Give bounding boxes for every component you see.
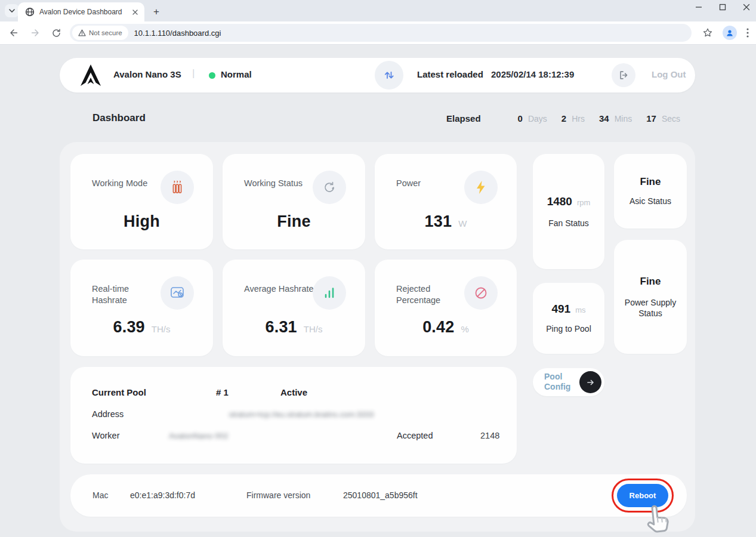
new-tab-button[interactable]: +	[149, 5, 163, 19]
ping-to-pool-label: Ping to Pool	[540, 323, 597, 334]
bookmark-star-icon[interactable]	[702, 27, 713, 38]
pool-address-label: Address	[92, 409, 124, 419]
power-supply-value: Fine	[640, 276, 661, 288]
elapsed-counter: Elapsed 0Days 2Hrs 34Mins 17Secs	[446, 113, 680, 124]
window-minimize-button[interactable]	[695, 4, 702, 11]
rejected-percentage-unit: %	[461, 324, 469, 334]
elapsed-hrs-value: 2	[561, 113, 566, 124]
average-hashrate-card: Average Hashrate 6.31TH/s	[223, 260, 365, 356]
device-header-bar: Avalon Nano 3S | Normal Latest reloaded …	[60, 58, 695, 92]
forward-button-icon[interactable]	[30, 27, 41, 38]
firmware-value: 25010801_a5b956ft	[343, 490, 418, 500]
profile-avatar-icon[interactable]	[723, 26, 737, 40]
pool-accepted-label: Accepted	[397, 431, 433, 440]
header-divider: |	[192, 67, 195, 79]
power-card: Power 131W	[375, 154, 517, 249]
asic-status-label: Asic Status	[624, 196, 677, 206]
pool-config-label: Pool Config	[544, 372, 575, 392]
browser-tab[interactable]: Avalon Device Dashboard	[18, 2, 144, 21]
heater-icon	[170, 180, 184, 195]
mac-value: e0:e1:a9:3d:f0:7d	[130, 490, 195, 500]
browser-tab-strip: Avalon Device Dashboard +	[0, 0, 756, 21]
window-maximize-button[interactable]	[719, 4, 726, 11]
fan-speed-value: 1480	[547, 195, 572, 208]
working-status-value: Fine	[277, 212, 310, 231]
logout-icon	[618, 70, 629, 81]
working-mode-label: Working Mode	[92, 178, 162, 189]
realtime-hashrate-value: 6.39	[113, 318, 144, 337]
pool-config-button[interactable]: Pool Config	[533, 368, 604, 396]
current-pool-state: Active	[280, 387, 307, 397]
globe-favicon-icon	[25, 7, 35, 17]
ping-to-pool-card: 491ms Ping to Pool	[533, 283, 604, 354]
back-button-icon[interactable]	[8, 27, 19, 38]
refresh-button[interactable]	[375, 61, 403, 90]
elapsed-days-value: 0	[518, 113, 523, 124]
rejected-percentage-card: Rejected Percentage 0.42%	[375, 260, 517, 356]
current-pool-title: Current Pool	[92, 387, 146, 397]
power-supply-label: Power Supply Status	[614, 297, 687, 319]
not-secure-chip[interactable]: Not secure	[72, 26, 128, 40]
tab-close-icon[interactable]	[130, 7, 140, 17]
ping-value: 491	[551, 303, 570, 316]
average-hashrate-value: 6.31	[265, 318, 297, 337]
swap-arrows-icon	[383, 69, 395, 81]
current-pool-card: Current Pool # 1 Active Address stratum+…	[70, 367, 517, 464]
ping-unit: ms	[575, 305, 585, 314]
elapsed-mins-unit: Mins	[615, 114, 632, 124]
rejected-percentage-value: 0.42	[422, 318, 454, 337]
latest-reloaded-time: 2025/02/14 18:12:39	[491, 69, 574, 79]
not-secure-label: Not secure	[89, 29, 122, 36]
device-info-bar: Mac e0:e1:a9:3d:f0:7d Firmware version 2…	[70, 474, 687, 517]
lightning-icon	[474, 180, 487, 195]
logout-button[interactable]	[612, 63, 635, 87]
arrow-right-icon	[579, 371, 601, 393]
warning-icon	[78, 29, 86, 36]
latest-reloaded-label: Latest reloaded	[417, 69, 483, 79]
realtime-hashrate-card: Real-time Hashrate 6.39TH/s	[70, 260, 213, 356]
chart-line-icon	[169, 285, 185, 301]
stats-panel: Working Mode High Working Status Fine Po…	[60, 142, 695, 532]
blocked-icon	[474, 286, 488, 300]
asic-status-card: Fine Asic Status	[614, 154, 687, 229]
chart-bars-icon	[323, 286, 336, 300]
working-mode-value: High	[124, 212, 160, 231]
average-hashrate-unit: TH/s	[304, 324, 323, 334]
reload-button-icon[interactable]	[51, 28, 61, 38]
working-status-card: Working Status Fine	[223, 154, 365, 249]
elapsed-label: Elapsed	[446, 113, 481, 124]
elapsed-secs-value: 17	[646, 113, 656, 124]
reboot-button[interactable]: Reboot	[617, 484, 668, 507]
fan-status-card: 1480rpm Fan Status	[533, 154, 604, 269]
tab-search-chevron-icon[interactable]	[5, 4, 19, 17]
power-supply-status-card: Fine Power Supply Status	[614, 240, 687, 354]
address-bar[interactable]: Not secure 10.1.1.110/dashboard.cgi	[70, 24, 692, 42]
firmware-label: Firmware version	[246, 490, 310, 500]
pool-worker-value: AvalonNano 002	[169, 431, 229, 440]
asic-status-value: Fine	[640, 176, 661, 188]
fan-speed-unit: rpm	[577, 198, 590, 207]
elapsed-secs-unit: Secs	[662, 114, 680, 124]
pool-address-value: stratum+tcp://eu.stratum.braiins.com:333…	[185, 410, 418, 419]
logout-label[interactable]: Log Out	[652, 69, 686, 79]
power-unit: W	[458, 218, 467, 229]
power-label: Power	[396, 178, 467, 189]
browser-menu-icon[interactable]	[746, 28, 749, 38]
url-text[interactable]: 10.1.1.110/dashboard.cgi	[134, 29, 221, 38]
device-name: Avalon Nano 3S	[113, 69, 181, 79]
tab-title: Avalon Device Dashboard	[39, 8, 126, 16]
browser-toolbar: Not secure 10.1.1.110/dashboard.cgi	[0, 21, 756, 45]
pool-accepted-value: 2148	[480, 431, 499, 440]
sync-icon	[322, 180, 337, 195]
fan-status-label: Fan Status	[542, 218, 595, 229]
avalon-logo-icon	[79, 63, 103, 87]
elapsed-days-unit: Days	[528, 114, 547, 124]
page-title: Dashboard	[92, 112, 146, 124]
working-mode-card: Working Mode High	[70, 154, 213, 249]
window-close-button[interactable]	[743, 4, 750, 11]
status-dot-icon	[209, 72, 215, 79]
device-status: Normal	[221, 69, 252, 79]
dashboard-page: Avalon Nano 3S | Normal Latest reloaded …	[0, 45, 756, 537]
pool-worker-label: Worker	[92, 431, 119, 440]
elapsed-hrs-unit: Hrs	[572, 114, 585, 124]
